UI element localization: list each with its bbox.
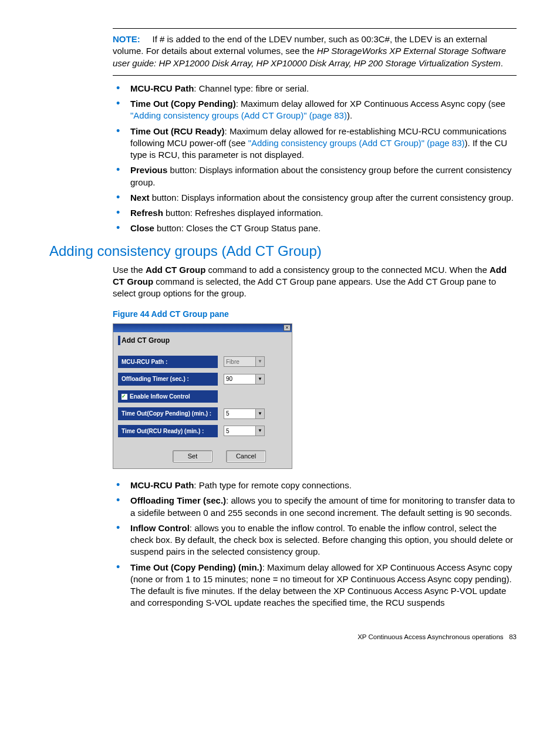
label-timeout-ready: Time Out(RCU Ready) (min.) : bbox=[118, 425, 218, 438]
term-desc: button: Displays information about the c… bbox=[150, 193, 514, 202]
section-intro: Use the Add CT Group command to add a co… bbox=[113, 264, 517, 300]
term: MCU-RCU Path bbox=[130, 83, 194, 93]
list-item: Refresh button: Refreshes displayed info… bbox=[113, 207, 517, 219]
term-desc: : Channel type: fibre or serial. bbox=[194, 83, 309, 93]
row-offloading-timer: Offloading Timer (sec.) : 90 ▼ bbox=[118, 373, 287, 386]
label-inflow-control: Enable Inflow Control bbox=[118, 390, 218, 403]
footer-text: XP Continuous Access Asynchronous operat… bbox=[357, 633, 503, 640]
row-timeout-pending: Time Out(Copy Pending) (min.) : 5 ▼ bbox=[118, 407, 287, 420]
term-desc: : Path type for remote copy connections. bbox=[194, 480, 351, 490]
figure-caption: Figure 44 Add CT Group pane bbox=[113, 309, 517, 320]
intro-b1: Add CT Group bbox=[146, 265, 205, 275]
list-item: MCU-RCU Path: Channel type: fibre or ser… bbox=[113, 83, 517, 94]
combo-value: 5 bbox=[224, 427, 255, 436]
term: MCU-RCU Path bbox=[130, 480, 194, 490]
combo-timeout-pending[interactable]: 5 ▼ bbox=[224, 409, 265, 419]
chevron-down-icon: ▼ bbox=[255, 374, 264, 384]
term-desc: button: Displays information about the c… bbox=[130, 165, 512, 187]
row-mcu-rcu-path: MCU-RCU Path : Fibre ▼ bbox=[118, 356, 287, 369]
xref-link[interactable]: "Adding consistency groups (Add CT Group… bbox=[248, 138, 465, 148]
list-item: Time Out (Copy Pending): Maximum delay a… bbox=[113, 98, 517, 122]
note-label: NOTE: bbox=[113, 34, 140, 44]
dialog-button-row: Set Cancel bbox=[118, 442, 287, 463]
intro-t3: command is selected, the Add CT Group pa… bbox=[113, 276, 496, 298]
term-desc: button: Closes the CT Group Status pane. bbox=[154, 223, 321, 233]
term: Time Out (RCU Ready) bbox=[130, 126, 225, 136]
combo-timeout-ready[interactable]: 5 ▼ bbox=[224, 426, 265, 436]
chevron-down-icon: ▼ bbox=[255, 426, 264, 436]
add-ct-group-dialog: × Add CT Group MCU-RCU Path : Fibre ▼ Of… bbox=[113, 323, 292, 470]
term: Inflow Control bbox=[130, 523, 190, 533]
combo-value: 90 bbox=[224, 375, 255, 383]
combo-mcu-rcu-path[interactable]: Fibre ▼ bbox=[224, 356, 265, 367]
note-after: . bbox=[501, 58, 503, 68]
list-item: Inflow Control: allows you to enable the… bbox=[113, 522, 517, 558]
term-desc-2: ). bbox=[347, 110, 352, 120]
note-box: NOTE: If # is added to the end of the LD… bbox=[113, 28, 517, 76]
row-timeout-ready: Time Out(RCU Ready) (min.) : 5 ▼ bbox=[118, 425, 287, 438]
definitions-list-bottom: MCU-RCU Path: Path type for remote copy … bbox=[113, 480, 517, 609]
chevron-down-icon: ▼ bbox=[255, 409, 264, 418]
list-item: MCU-RCU Path: Path type for remote copy … bbox=[113, 480, 517, 491]
row-inflow-control: Enable Inflow Control bbox=[118, 390, 287, 403]
list-item: Close button: Closes the CT Group Status… bbox=[113, 222, 517, 234]
section-heading: Adding consistency groups (Add CT Group) bbox=[49, 242, 517, 261]
dialog-title: Add CT Group bbox=[118, 336, 287, 345]
definitions-list-top: MCU-RCU Path: Channel type: fibre or ser… bbox=[113, 83, 517, 235]
chevron-down-icon: ▼ bbox=[255, 357, 264, 366]
list-item: Time Out (Copy Pending) (min.): Maximum … bbox=[113, 562, 517, 609]
set-button[interactable]: Set bbox=[173, 450, 212, 463]
combo-offloading-timer[interactable]: 90 ▼ bbox=[224, 374, 265, 384]
page-number: 83 bbox=[509, 633, 517, 640]
term: Refresh bbox=[130, 208, 163, 218]
xref-link[interactable]: "Adding consistency groups (Add CT Group… bbox=[130, 110, 347, 120]
term: Time Out (Copy Pending) (min.) bbox=[130, 562, 262, 572]
combo-value: Fibre bbox=[224, 358, 255, 366]
term: Next bbox=[130, 193, 150, 202]
close-icon[interactable]: × bbox=[284, 325, 291, 331]
checkbox-inflow[interactable] bbox=[122, 394, 127, 400]
term: Time Out (Copy Pending) bbox=[130, 99, 236, 109]
label-mcu-rcu-path: MCU-RCU Path : bbox=[118, 356, 218, 369]
intro-t1: Use the bbox=[113, 265, 146, 275]
label-offloading-timer: Offloading Timer (sec.) : bbox=[118, 373, 218, 386]
list-item: Offloading Timer (sec.): allows you to s… bbox=[113, 495, 517, 519]
term-desc: : Maximum delay allowed for XP Continuou… bbox=[236, 99, 505, 109]
combo-value: 5 bbox=[224, 410, 255, 418]
list-item: Next button: Displays information about … bbox=[113, 192, 517, 204]
label-timeout-pending: Time Out(Copy Pending) (min.) : bbox=[118, 407, 218, 420]
term: Offloading Timer (sec.) bbox=[130, 495, 226, 505]
page-footer: XP Continuous Access Asynchronous operat… bbox=[49, 633, 517, 642]
intro-t2: command to add a consistency group to th… bbox=[205, 265, 490, 275]
dialog-titlebar: × bbox=[113, 324, 292, 332]
term: Previous bbox=[130, 165, 167, 175]
list-item: Previous button: Displays information ab… bbox=[113, 164, 517, 188]
cancel-button[interactable]: Cancel bbox=[226, 450, 266, 463]
term: Close bbox=[130, 223, 154, 233]
inflow-text: Enable Inflow Control bbox=[130, 393, 190, 400]
term-desc: button: Refreshes displayed information. bbox=[163, 208, 323, 218]
list-item: Time Out (RCU Ready): Maximum delay allo… bbox=[113, 126, 517, 161]
